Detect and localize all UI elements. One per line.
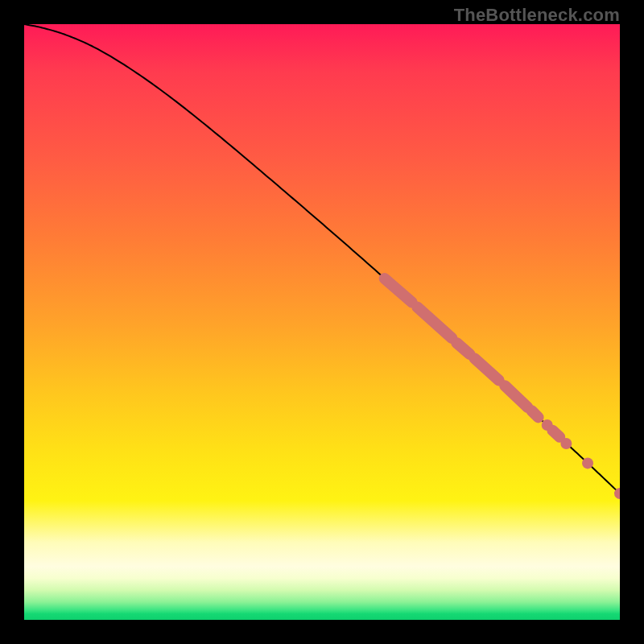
curve-marker-dot bbox=[560, 438, 572, 449]
curve-marker-pill bbox=[417, 308, 452, 338]
watermark-text: TheBottleneck.com bbox=[454, 5, 620, 26]
curve-marker-pill bbox=[474, 358, 498, 380]
chart-frame: TheBottleneck.com bbox=[0, 0, 644, 644]
curve-marker-pill bbox=[505, 386, 527, 407]
bottleneck-curve bbox=[24, 24, 620, 493]
curve-marker-pill bbox=[552, 431, 559, 437]
plot-area bbox=[24, 24, 620, 620]
marker-group bbox=[385, 279, 620, 499]
curve-marker-pill bbox=[531, 411, 538, 417]
curve-marker-dot bbox=[582, 457, 593, 469]
curve-marker-pill bbox=[456, 343, 469, 354]
curve-svg bbox=[24, 24, 620, 620]
curve-marker-pill bbox=[385, 279, 412, 303]
